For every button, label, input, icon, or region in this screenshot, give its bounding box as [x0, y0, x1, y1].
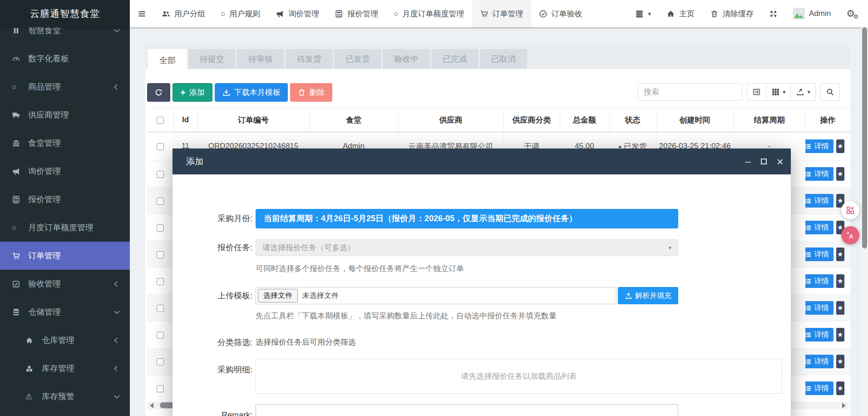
- search-submit-button[interactable]: [820, 83, 840, 101]
- column-header-created-at[interactable]: 创建时间: [656, 109, 734, 132]
- translate-button[interactable]: A: [841, 226, 859, 244]
- column-header-id[interactable]: Id: [173, 109, 197, 132]
- detail-button[interactable]: 详情: [805, 139, 833, 153]
- clear-cache-button[interactable]: 清除缓存: [702, 0, 761, 27]
- row-checkbox[interactable]: [157, 278, 164, 285]
- sidebar-item-monthly-quota[interactable]: ○ 月度订单额度管理: [0, 213, 130, 242]
- tab-pending-submit[interactable]: 待提交: [188, 49, 236, 69]
- choose-file-button[interactable]: 选择文件: [258, 289, 298, 302]
- modal-header[interactable]: 添加 – ×: [173, 149, 791, 174]
- settings-button[interactable]: ⚙⚙: [838, 0, 863, 27]
- sidebar-item-inquiry[interactable]: 询价管理: [0, 157, 130, 185]
- download-template-button[interactable]: 下载本月模板: [215, 83, 288, 102]
- row-checkbox[interactable]: [157, 251, 164, 258]
- row-checkbox[interactable]: [157, 198, 164, 205]
- scroll-left-arrow-icon[interactable]: [150, 403, 153, 408]
- detail-button[interactable]: 详情: [805, 274, 833, 288]
- tab-all[interactable]: 全部: [148, 49, 187, 73]
- sidebar-item-quotes[interactable]: 报价管理: [0, 185, 130, 213]
- app-brand[interactable]: 云膳通智慧食堂: [0, 0, 130, 27]
- sidebar-item-inventory[interactable]: 库存管理: [0, 354, 130, 382]
- common-search-button[interactable]: [747, 83, 766, 101]
- detail-button[interactable]: 详情: [805, 328, 833, 342]
- tab-shipped[interactable]: 已发货: [334, 49, 381, 69]
- search-input[interactable]: [638, 83, 742, 101]
- favorite-button[interactable]: ★: [836, 248, 845, 261]
- detail-button[interactable]: 详情: [805, 167, 833, 181]
- nav-item-order-acceptance[interactable]: 订单验收: [531, 0, 590, 27]
- column-header-order-no[interactable]: 订单编号: [197, 109, 309, 132]
- scroll-right-arrow-icon[interactable]: [842, 403, 846, 408]
- row-checkbox[interactable]: [157, 305, 164, 312]
- row-checkbox[interactable]: [157, 358, 164, 366]
- tab-completed[interactable]: 已完成: [431, 49, 478, 69]
- view-switcher-dropdown[interactable]: ▾: [627, 0, 659, 27]
- favorite-button[interactable]: ★: [836, 355, 845, 368]
- row-checkbox[interactable]: [157, 171, 164, 178]
- favorite-button[interactable]: ★: [836, 301, 845, 315]
- favorite-button[interactable]: ★: [836, 167, 845, 181]
- sidebar-item-warehouse[interactable]: 仓库管理: [0, 326, 130, 354]
- sidebar-item-dashboard[interactable]: 数字化看板: [0, 45, 130, 73]
- nav-item-orders[interactable]: 订单管理: [472, 0, 531, 27]
- nav-item-user-rules[interactable]: ○ 用户规则: [213, 0, 268, 27]
- tab-cancelled[interactable]: 已取消: [480, 49, 527, 69]
- columns-button[interactable]: ▾: [766, 83, 791, 101]
- detail-button[interactable]: 详情: [805, 221, 833, 234]
- detail-button[interactable]: 详情: [805, 355, 833, 368]
- tab-accepting[interactable]: 验收中: [383, 49, 430, 69]
- sidebar-item-goods[interactable]: ○ 商品管理: [0, 73, 130, 101]
- column-header-supplier[interactable]: 供应商: [398, 109, 503, 132]
- quote-task-select[interactable]: 请选择报价任务（可多选） ▾: [256, 239, 678, 256]
- column-header-status[interactable]: 状态: [609, 109, 656, 132]
- fullscreen-button[interactable]: [761, 0, 785, 27]
- detail-button[interactable]: 详情: [805, 248, 833, 261]
- parse-and-fill-button[interactable]: 解析并填充: [618, 287, 678, 304]
- column-header-canteen[interactable]: 食堂: [309, 109, 398, 132]
- sidebar-item-stock-alert[interactable]: ⚠ 库存预警: [0, 382, 130, 411]
- vertical-scrollbar-thumb[interactable]: [862, 27, 867, 248]
- sidebar-toggle-button[interactable]: [130, 0, 154, 27]
- nav-item-quotes[interactable]: 报价管理: [327, 0, 386, 27]
- favorite-button[interactable]: ★: [836, 381, 845, 395]
- tab-pending-ship[interactable]: 待发货: [286, 49, 333, 69]
- sidebar-item-suppliers[interactable]: 供应商管理: [0, 101, 130, 129]
- favorite-button[interactable]: ★: [836, 328, 845, 342]
- nav-item-monthly-quota[interactable]: ○ 月度订单额度管理: [386, 0, 472, 27]
- refresh-button[interactable]: [147, 83, 170, 102]
- row-checkbox[interactable]: [157, 143, 164, 150]
- minimize-icon[interactable]: –: [745, 157, 751, 167]
- column-header-settlement[interactable]: 结算周期: [734, 109, 805, 132]
- favorite-button[interactable]: ★: [836, 274, 845, 288]
- column-header-total[interactable]: 总金额: [560, 109, 609, 132]
- row-checkbox[interactable]: [157, 385, 164, 392]
- column-header-actions[interactable]: 操作: [805, 109, 850, 132]
- row-checkbox[interactable]: [157, 332, 164, 339]
- nav-home-button[interactable]: 主页: [659, 0, 702, 27]
- column-header-supplier-category[interactable]: 供应商分类: [503, 109, 560, 132]
- detail-button[interactable]: 详情: [805, 301, 833, 315]
- trash-icon: [710, 10, 719, 18]
- user-menu[interactable]: Admin: [785, 0, 838, 27]
- maximize-icon[interactable]: [761, 158, 767, 164]
- sidebar-item-acceptance[interactable]: 验收管理: [0, 270, 130, 298]
- add-button[interactable]: + 添加: [173, 83, 212, 102]
- delete-button[interactable]: 删除: [290, 83, 332, 102]
- detail-button[interactable]: 详情: [805, 194, 833, 208]
- file-input[interactable]: 选择文件 未选择文件: [256, 287, 616, 304]
- close-icon[interactable]: ×: [777, 156, 784, 168]
- sidebar-item-warehousing[interactable]: 仓储管理: [0, 298, 130, 326]
- sidebar-item-orders[interactable]: 订单管理: [0, 242, 130, 270]
- favorite-button[interactable]: ★: [836, 139, 845, 153]
- sidebar-item-canteens[interactable]: 食堂管理: [0, 129, 130, 157]
- row-checkbox[interactable]: [157, 224, 164, 232]
- export-button[interactable]: ▾: [791, 83, 816, 101]
- select-all-checkbox[interactable]: [157, 117, 164, 124]
- detail-button[interactable]: 详情: [805, 381, 833, 395]
- remark-textarea[interactable]: [256, 404, 678, 416]
- vertical-scrollbar[interactable]: [861, 27, 868, 416]
- tab-pending-review[interactable]: 待审核: [237, 49, 284, 69]
- nav-item-inquiry[interactable]: 询价管理: [268, 0, 327, 27]
- extension-widget-button[interactable]: [841, 201, 859, 219]
- nav-item-user-groups[interactable]: 用户分组: [154, 0, 213, 27]
